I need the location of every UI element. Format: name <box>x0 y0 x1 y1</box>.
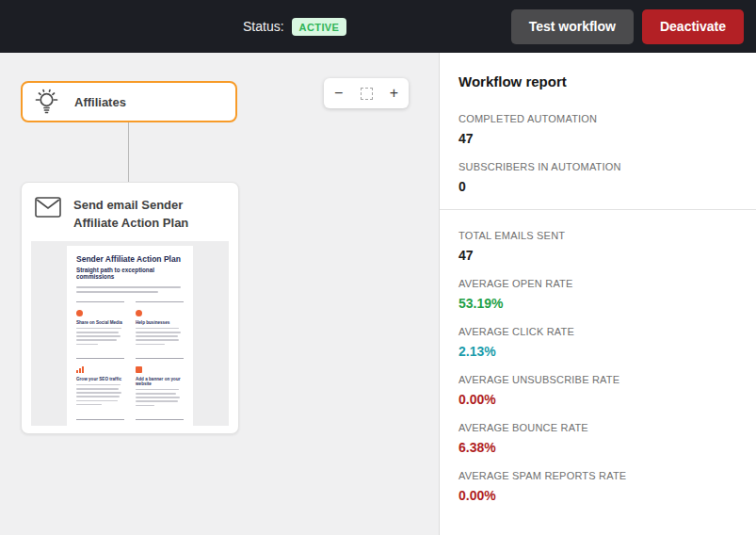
metric-value: 53.19% <box>458 296 737 311</box>
lightbulb-icon <box>34 88 59 116</box>
preview-section: Share on Social Media <box>76 301 124 348</box>
bar-chart-icon <box>76 366 85 373</box>
metric-label: AVERAGE BOUNCE RATE <box>458 422 737 433</box>
preview-section: Add a banner on your website <box>136 358 184 409</box>
email-preview-sections: Share on Social Media Help businesses <box>76 301 184 426</box>
metric-label: SUBSCRIBERS IN AUTOMATION <box>458 161 737 172</box>
email-preview-body: Sender Affiliate Action Plan Straight pa… <box>67 246 193 426</box>
email-node-sender-affiliate[interactable]: Send email Sender Affiliate Action Plan … <box>21 182 239 434</box>
workflow-status: Status: ACTIVE <box>243 18 346 36</box>
metric-total-emails-sent: TOTAL EMAILS SENT 47 <box>458 230 737 263</box>
metric-label: AVERAGE OPEN RATE <box>458 278 737 289</box>
email-preview-paragraph <box>76 286 184 293</box>
zoom-controls: − + <box>324 78 409 108</box>
zoom-in-button[interactable]: + <box>390 86 398 101</box>
section-heading: Grow your SEO traffic <box>76 377 124 381</box>
metric-value: 6.38% <box>458 440 737 455</box>
fit-to-screen-icon[interactable] <box>361 88 373 100</box>
preview-section: Positive sales pitch <box>136 419 184 426</box>
email-preview-thumbnail: Sender Affiliate Action Plan Straight pa… <box>31 241 229 426</box>
topbar-actions: Test workflow Deactivate <box>511 9 744 44</box>
section-heading: Add a banner on your website <box>136 377 184 386</box>
report-title: Workflow report <box>458 73 737 89</box>
email-preview-title: Sender Affiliate Action Plan <box>76 254 184 264</box>
section-heading: Help businesses <box>136 320 184 325</box>
panel-divider <box>440 209 756 210</box>
section-heading: Share on Social Media <box>76 320 124 325</box>
metric-value: 0.00% <box>458 392 737 407</box>
trigger-node-label: Affiliates <box>74 95 126 109</box>
email-node-header: Send email Sender Affiliate Action Plan <box>31 192 229 241</box>
metric-label: TOTAL EMAILS SENT <box>458 230 737 241</box>
metric-completed-automation: COMPLETED AUTOMATION 47 <box>458 113 737 146</box>
preview-section: Grow your SEO traffic <box>76 358 124 409</box>
workflow-canvas[interactable]: Affiliates − + Send email Sender Affilia… <box>0 53 439 535</box>
status-badge: ACTIVE <box>292 18 347 36</box>
preview-section: Help businesses <box>136 301 184 348</box>
metric-average-click-rate: AVERAGE CLICK RATE 2.13% <box>458 326 737 359</box>
preview-section: Dedicated page <box>76 419 124 426</box>
main-area: Affiliates − + Send email Sender Affilia… <box>0 53 756 535</box>
circle-badge-icon <box>136 310 142 316</box>
status-label: Status: <box>243 19 284 34</box>
metric-label: AVERAGE UNSUBSCRIBE RATE <box>458 374 737 385</box>
metric-average-open-rate: AVERAGE OPEN RATE 53.19% <box>458 278 737 311</box>
test-workflow-button[interactable]: Test workflow <box>511 9 634 44</box>
metric-label: AVERAGE CLICK RATE <box>458 326 737 337</box>
circle-badge-icon <box>76 310 83 316</box>
email-preview-subtitle: Straight path to exceptional commissions <box>76 267 184 280</box>
metric-average-spam-reports-rate: AVERAGE SPAM REPORTS RATE 0.00% <box>458 470 737 503</box>
metric-value: 47 <box>458 248 737 263</box>
metric-label: AVERAGE SPAM REPORTS RATE <box>458 470 737 481</box>
metric-value: 0.00% <box>458 488 737 503</box>
metric-average-bounce-rate: AVERAGE BOUNCE RATE 6.38% <box>458 422 737 455</box>
trigger-node-affiliates[interactable]: Affiliates <box>21 81 237 122</box>
top-bar: Status: ACTIVE Test workflow Deactivate <box>0 0 756 53</box>
metric-value: 0 <box>458 179 737 194</box>
metric-value: 2.13% <box>458 344 737 359</box>
workflow-report-panel: Workflow report COMPLETED AUTOMATION 47 … <box>439 53 756 535</box>
envelope-icon <box>35 197 61 221</box>
deactivate-button[interactable]: Deactivate <box>642 9 744 44</box>
banner-icon <box>136 366 142 373</box>
metric-value: 47 <box>458 131 737 146</box>
node-connector-line <box>128 122 129 182</box>
email-node-title: Send email Sender Affiliate Action Plan <box>73 197 227 233</box>
metric-label: COMPLETED AUTOMATION <box>458 113 737 124</box>
zoom-out-button[interactable]: − <box>334 86 343 101</box>
metric-average-unsubscribe-rate: AVERAGE UNSUBSCRIBE RATE 0.00% <box>458 374 737 407</box>
metric-subscribers-in-automation: SUBSCRIBERS IN AUTOMATION 0 <box>458 161 737 194</box>
